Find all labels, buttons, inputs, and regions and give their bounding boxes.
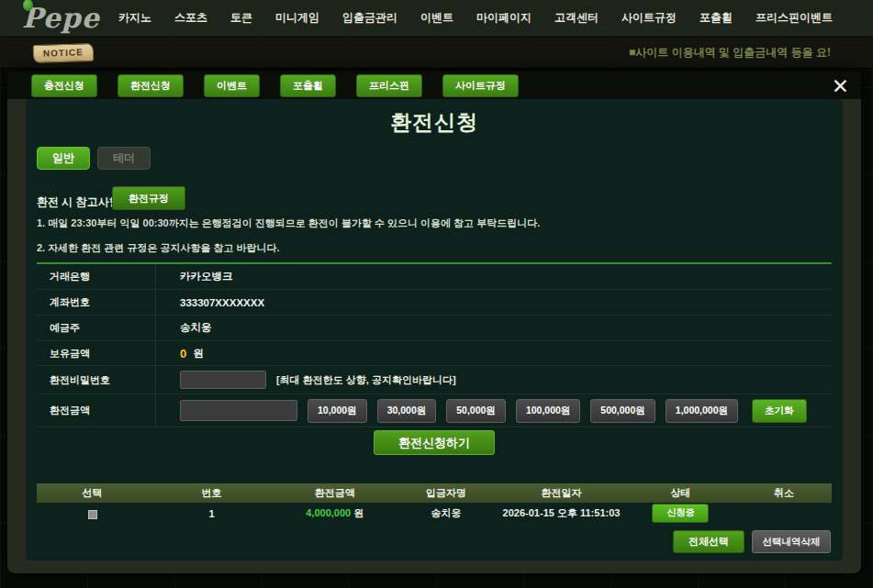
exchange-password-input[interactable]: [180, 371, 266, 389]
reset-amount-button[interactable]: 초기화: [752, 399, 807, 423]
balance-value: 0: [180, 347, 186, 361]
exchange-request-modal: 충전신청 환전신청 이벤트 포츌휠 프리스핀 사이트규정 ✕ 환전신청 일반 테…: [7, 72, 861, 573]
submit-exchange-button[interactable]: 환전신청하기: [374, 430, 495, 455]
notice-ribbon-icon: NOTICE: [33, 42, 94, 62]
holder-label: 예금주: [37, 316, 156, 340]
bank-value: 카카오뱅크: [156, 270, 832, 283]
amount-30000-button[interactable]: 30,000원: [377, 399, 437, 423]
nav-event[interactable]: 이벤트: [420, 10, 453, 26]
col-select: 선택: [37, 486, 148, 500]
amount-500000-button[interactable]: 500,000원: [590, 399, 655, 423]
exchange-type-toggle: 일반 테더: [37, 147, 151, 170]
form-row-bank: 거래은행 카카오뱅크: [37, 264, 832, 290]
form-row-amount: 환전금액 10,000원 30,000원 50,000원 100,000원 50…: [37, 394, 832, 427]
nav-site-rules[interactable]: 사이트규정: [621, 10, 677, 26]
form-row-holder: 예금주 송치웅: [37, 316, 832, 341]
amount-1000000-button[interactable]: 1,000,000원: [666, 399, 738, 423]
nav-fortune-wheel[interactable]: 포츌휠: [700, 10, 733, 26]
modal-tabstrip: 충전신청 환전신청 이벤트 포츌휠 프리스핀 사이트규정: [7, 72, 861, 99]
select-all-button[interactable]: 전체선택: [673, 530, 744, 553]
history-actions: 전체선택 선택내역삭제: [673, 530, 831, 553]
exchange-password-label: 환전비밀번호: [37, 366, 156, 394]
type-general-button[interactable]: 일반: [37, 147, 90, 170]
nav-support[interactable]: 고객센터: [554, 10, 599, 26]
col-cancel: 취소: [736, 486, 832, 500]
bank-label: 거래은행: [37, 264, 156, 289]
amount-50000-button[interactable]: 50,000원: [446, 399, 506, 423]
main-nav: 카지노 스포츠 토큰 미니게임 입출금관리 이벤트 마이페이지 고객센터 사이트…: [118, 10, 833, 26]
row-date: 2026-01-15 오후 11:51:03: [498, 506, 625, 520]
exchange-amount-label: 환전금액: [37, 394, 156, 427]
tab-exchange-request[interactable]: 환전신청: [118, 74, 184, 97]
row-amount: 4,000,000: [306, 507, 351, 518]
history-header-row: 선택 번호 환전금액 입금자명 환전일자 상태 취소: [37, 483, 832, 503]
form-row-password: 환전비밀번호 [최대 환전한도 상향, 공지확인바랍니다]: [37, 366, 832, 394]
exchange-amount-input[interactable]: [180, 400, 297, 421]
account-value: 333307XXXXXXX: [156, 297, 832, 308]
amount-100000-button[interactable]: 100,000원: [516, 399, 580, 423]
exchange-rules-button[interactable]: 환전규정: [112, 186, 185, 210]
col-date: 환전일자: [498, 486, 625, 500]
status-badge: 신청중: [652, 504, 709, 523]
exchange-form-table: 거래은행 카카오뱅크 계좌번호 333307XXXXXXX 예금주 송치웅 보유…: [37, 262, 832, 427]
nav-minigame[interactable]: 미니게임: [275, 10, 319, 26]
notice-bar: NOTICE ■사이트 이용내역 및 입출금내역 등을 요!: [0, 38, 873, 69]
guide-note-1: 1. 매일 23:30부터 익일 00:30까지는 은행점검이 진행되므로 환전…: [37, 216, 540, 230]
nav-token[interactable]: 토큰: [230, 10, 252, 26]
close-icon[interactable]: ✕: [832, 73, 849, 99]
tab-fortune-wheel[interactable]: 포츌휠: [280, 74, 336, 97]
tab-site-rules[interactable]: 사이트규정: [442, 74, 519, 97]
row-number: 1: [148, 508, 275, 519]
nav-sports[interactable]: 스포츠: [174, 10, 207, 26]
delete-selected-button[interactable]: 선택내역삭제: [752, 530, 831, 553]
row-depositor: 송치웅: [395, 506, 498, 520]
balance-label: 보유금액: [37, 341, 156, 365]
nav-mypage[interactable]: 마이페이지: [476, 10, 532, 26]
col-amount: 환전금액: [275, 486, 395, 500]
tab-event[interactable]: 이벤트: [204, 74, 260, 97]
balance-unit: 원: [193, 347, 204, 361]
col-depositor: 입금자명: [395, 486, 498, 500]
nav-deposit-withdraw[interactable]: 입출금관리: [342, 10, 397, 26]
form-row-account: 계좌번호 333307XXXXXXX: [37, 290, 832, 316]
history-row: 1 4,000,000 원 송치웅 2026-01-15 오후 11:51:03…: [37, 503, 832, 524]
nav-casino[interactable]: 카지노: [118, 10, 151, 26]
row-amount-unit: 원: [353, 507, 364, 518]
holder-value: 송치웅: [156, 321, 832, 335]
amount-10000-button[interactable]: 10,000원: [308, 399, 367, 423]
tab-freespin[interactable]: 프리스핀: [356, 74, 422, 97]
type-tether-button[interactable]: 테더: [97, 147, 151, 170]
logo-text: Pepe: [22, 2, 100, 34]
form-row-balance: 보유금액 0 원: [37, 341, 832, 366]
exchange-limit-hint: [최대 환전한도 상향, 공지확인바랍니다]: [276, 373, 456, 387]
col-status: 상태: [625, 486, 736, 500]
tab-deposit-request[interactable]: 충전신청: [31, 74, 97, 97]
col-number: 번호: [148, 486, 275, 500]
modal-panel: 환전신청 일반 테더 환전 시 참고사항 환전규정 1. 매일 23:30부터 …: [26, 99, 843, 560]
nav-freespin-event[interactable]: 프리스핀이벤트: [755, 10, 833, 26]
account-label: 계좌번호: [37, 290, 156, 315]
exchange-history-table: 선택 번호 환전금액 입금자명 환전일자 상태 취소 1 4,000,000 원…: [37, 483, 832, 524]
site-logo[interactable]: Pepe: [22, 1, 100, 36]
guide-label: 환전 시 참고사항: [37, 190, 120, 214]
logo-frog-icon: [23, 0, 33, 11]
guide-note-2: 2. 자세한 환전 관련 규정은 공지사항을 참고 바랍니다.: [37, 241, 280, 255]
notice-marquee-text: ■사이트 이용내역 및 입출금내역 등을 요!: [629, 45, 831, 61]
row-checkbox[interactable]: [88, 510, 97, 519]
top-header: Pepe 카지노 스포츠 토큰 미니게임 입출금관리 이벤트 마이페이지 고객센…: [0, 0, 873, 37]
page-title: 환전신청: [26, 108, 843, 137]
